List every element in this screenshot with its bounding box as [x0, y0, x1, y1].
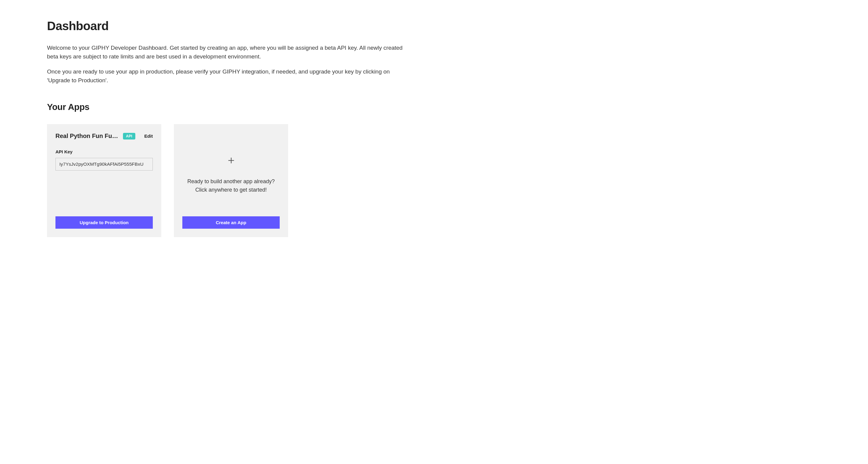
api-badge: API	[123, 133, 135, 140]
apps-cards-row: Real Python Fun Fun F… API Edit API Key …	[47, 124, 821, 237]
app-card: Real Python Fun Fun F… API Edit API Key …	[47, 124, 161, 237]
your-apps-heading: Your Apps	[47, 102, 821, 112]
intro-paragraph-1: Welcome to your GIPHY Developer Dashboar…	[47, 44, 409, 61]
create-app-line2: Click anywhere to get started!	[187, 186, 275, 194]
create-an-app-button[interactable]: Create an App	[182, 216, 280, 229]
intro-paragraph-2: Once you are ready to use your app in pr…	[47, 67, 409, 85]
api-key-label: API Key	[56, 149, 153, 154]
api-key-field[interactable]: Iy7YsJv2pyOXMTg90kAFfAi5P555FBxU	[56, 158, 153, 171]
plus-icon: ＋	[226, 155, 237, 165]
app-name: Real Python Fun Fun F…	[56, 132, 119, 140]
edit-link[interactable]: Edit	[144, 133, 153, 138]
page-title: Dashboard	[47, 19, 821, 33]
create-app-content: ＋ Ready to build another app already? Cl…	[187, 132, 275, 216]
create-app-card[interactable]: ＋ Ready to build another app already? Cl…	[174, 124, 288, 237]
upgrade-to-production-button[interactable]: Upgrade to Production	[56, 216, 153, 229]
app-card-header: Real Python Fun Fun F… API Edit	[56, 132, 153, 140]
create-app-text: Ready to build another app already? Clic…	[187, 178, 275, 194]
create-app-line1: Ready to build another app already?	[187, 178, 275, 186]
